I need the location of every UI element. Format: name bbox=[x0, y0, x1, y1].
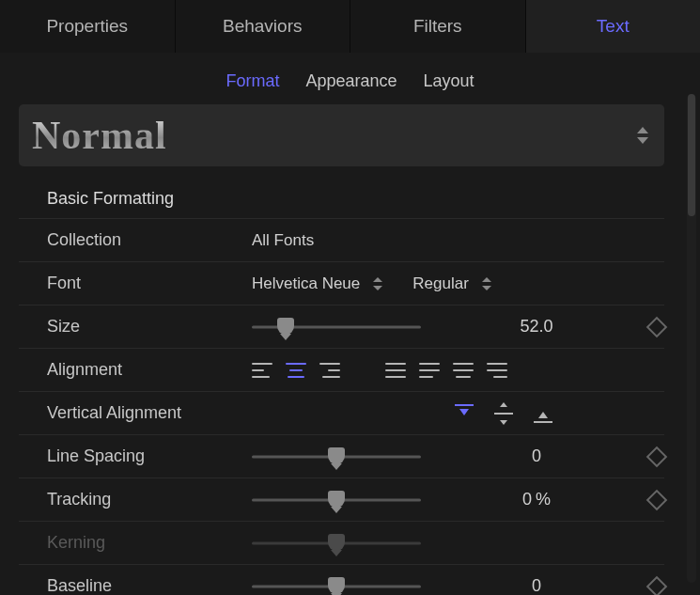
baseline-value[interactable]: 0 bbox=[447, 576, 626, 595]
tracking-keyframe-icon[interactable] bbox=[646, 489, 668, 510]
font-family-value: Helvetica Neue bbox=[252, 274, 360, 293]
font-style-value: Regular bbox=[412, 274, 469, 293]
justify-left-icon[interactable] bbox=[419, 363, 440, 378]
text-preset[interactable]: Normal bbox=[19, 104, 664, 166]
row-size: Size 52.0 bbox=[19, 305, 664, 349]
row-font: Font Helvetica Neue Regular bbox=[19, 262, 664, 305]
align-center-icon[interactable] bbox=[286, 363, 306, 378]
sub-tabs: Format Appearance Layout bbox=[0, 53, 700, 104]
collection-label: Collection bbox=[47, 230, 244, 250]
size-value[interactable]: 52.0 bbox=[447, 317, 626, 337]
main-tabs: Properties Behaviors Filters Text bbox=[0, 0, 700, 53]
row-tracking: Tracking 0% bbox=[19, 478, 664, 522]
subtab-format[interactable]: Format bbox=[226, 71, 279, 91]
row-vertical-alignment: Vertical Alignment bbox=[19, 392, 664, 435]
tab-text[interactable]: Text bbox=[526, 0, 701, 53]
tab-properties[interactable]: Properties bbox=[0, 0, 176, 53]
scrollbar[interactable] bbox=[687, 94, 696, 583]
size-keyframe-icon[interactable] bbox=[646, 316, 668, 337]
tracking-slider[interactable] bbox=[252, 491, 421, 509]
subtab-layout[interactable]: Layout bbox=[424, 71, 474, 91]
font-style-stepper-icon bbox=[480, 274, 493, 293]
baseline-keyframe-icon[interactable] bbox=[646, 575, 668, 595]
kerning-slider bbox=[252, 534, 421, 553]
baseline-label: Baseline bbox=[47, 576, 244, 595]
alignment-label: Alignment bbox=[47, 360, 244, 380]
size-slider[interactable] bbox=[252, 318, 421, 337]
line-spacing-value[interactable]: 0 bbox=[447, 446, 626, 466]
preset-label: Normal bbox=[32, 113, 167, 158]
justify-center-icon[interactable] bbox=[453, 363, 474, 378]
tracking-value[interactable]: 0% bbox=[447, 490, 626, 509]
collection-value: All Fonts bbox=[252, 231, 314, 250]
baseline-slider[interactable] bbox=[252, 577, 421, 596]
row-kerning: Kerning bbox=[19, 522, 664, 565]
tracking-label: Tracking bbox=[47, 490, 244, 509]
align-right-icon[interactable] bbox=[319, 363, 340, 378]
row-collection: Collection All Fonts bbox=[19, 219, 664, 262]
valign-label: Vertical Alignment bbox=[47, 403, 244, 423]
font-style-dropdown[interactable]: Regular bbox=[412, 274, 493, 293]
subtab-appearance[interactable]: Appearance bbox=[305, 71, 397, 91]
valign-middle-icon[interactable] bbox=[494, 404, 513, 423]
size-label: Size bbox=[47, 317, 244, 337]
preset-stepper-icon[interactable] bbox=[634, 121, 651, 149]
justify-right-icon[interactable] bbox=[487, 363, 507, 378]
justify-full-icon[interactable] bbox=[385, 363, 406, 378]
row-line-spacing: Line Spacing 0 bbox=[19, 435, 664, 478]
tab-filters[interactable]: Filters bbox=[350, 0, 526, 53]
collection-dropdown[interactable]: All Fonts bbox=[252, 231, 626, 250]
scrollbar-thumb[interactable] bbox=[688, 94, 695, 216]
format-panel: Normal Basic Formatting Collection All F… bbox=[0, 104, 683, 595]
align-left-icon[interactable] bbox=[252, 363, 272, 378]
line-spacing-keyframe-icon[interactable] bbox=[646, 446, 668, 467]
font-label: Font bbox=[47, 274, 244, 293]
line-spacing-label: Line Spacing bbox=[47, 446, 244, 466]
tab-behaviors[interactable]: Behaviors bbox=[176, 0, 351, 53]
row-baseline: Baseline 0 bbox=[19, 565, 664, 595]
kerning-label: Kerning bbox=[47, 533, 244, 553]
valign-top-icon[interactable] bbox=[455, 404, 474, 423]
line-spacing-slider[interactable] bbox=[252, 447, 421, 466]
valign-bottom-icon[interactable] bbox=[534, 404, 552, 423]
row-alignment: Alignment bbox=[19, 349, 664, 392]
font-family-dropdown[interactable]: Helvetica Neue bbox=[252, 274, 384, 293]
font-family-stepper-icon bbox=[371, 274, 384, 293]
section-basic-formatting: Basic Formatting bbox=[19, 180, 664, 219]
